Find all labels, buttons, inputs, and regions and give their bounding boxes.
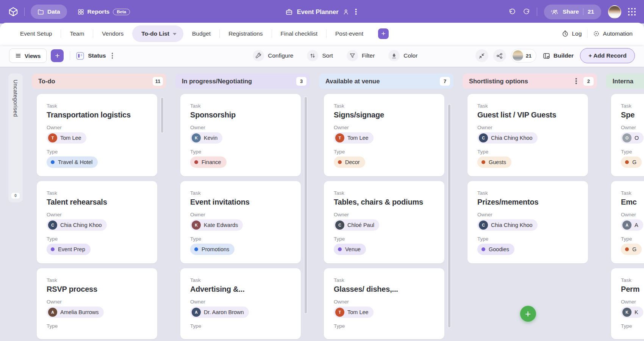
tab-vendors[interactable]: Vendors	[93, 23, 132, 45]
tab-event-setup[interactable]: Event Setup	[11, 23, 61, 45]
nav-data-button[interactable]: Data	[31, 5, 67, 19]
view-name: Status	[88, 52, 106, 59]
field-label-task: Task	[334, 190, 435, 196]
app-header: Data Reports Beta Event Planner Share 21	[0, 0, 644, 23]
field-label-owner: Owner	[190, 125, 291, 130]
clock-icon	[562, 30, 569, 37]
owner-avatar: C	[335, 221, 344, 230]
nav-reports-button[interactable]: Reports Beta	[73, 8, 135, 15]
card-title: Event invitations	[190, 198, 291, 206]
redo-icon[interactable]	[523, 8, 530, 16]
card-title: RSVP process	[47, 285, 147, 294]
add-record-button[interactable]: + Add Record	[580, 48, 635, 63]
column-menu-kebab-icon[interactable]	[574, 77, 579, 86]
users-icon	[551, 9, 558, 15]
owner-chip: K Kate Edwards	[190, 219, 243, 231]
user-avatar[interactable]	[608, 5, 621, 19]
owner-avatar: A	[622, 221, 631, 230]
tab-label: Post-event	[335, 30, 363, 37]
field-label-owner: Owner	[47, 212, 147, 217]
workspace-menu-kebab-icon[interactable]	[353, 7, 359, 16]
owner-avatar: K	[622, 308, 631, 317]
kanban-card[interactable]: Task RSVP process Owner A Amelia Burrows…	[37, 268, 157, 339]
tab-label: Registrations	[228, 30, 263, 37]
add-view-button[interactable]: +	[51, 49, 64, 62]
grid-4-icon	[78, 9, 84, 15]
sheet-tabbar: Event SetupTeamVendorsTo-do ListBudgetRe…	[0, 23, 644, 45]
column-header[interactable]: Available at venue 7	[319, 74, 453, 89]
tab-budget[interactable]: Budget	[183, 23, 219, 45]
add-sheet-button[interactable]: +	[378, 28, 389, 39]
tab-post-event[interactable]: Post-event	[327, 23, 372, 45]
field-label-owner: Owner	[190, 212, 291, 217]
views-button[interactable]: Views	[9, 48, 47, 63]
app-grid-icon[interactable]	[628, 8, 636, 16]
uncategorized-column-collapsed[interactable]: Uncategorised 0	[8, 74, 23, 202]
field-label-owner: Owner	[47, 125, 147, 130]
header-divider	[24, 8, 25, 16]
share-button[interactable]: Share 21	[544, 5, 601, 19]
view-menu-kebab-icon[interactable]	[110, 51, 115, 60]
collaborators-pill[interactable]: 21	[511, 49, 536, 63]
column-scrollbar[interactable]	[304, 96, 308, 314]
owner-name: Tom Lee	[60, 135, 81, 141]
kanban-card[interactable]: Task Emc Owner A A Type G	[611, 181, 644, 263]
column-cards: Task Spe Owner O O Type G Task Emc Owner…	[606, 94, 644, 339]
kanban-card[interactable]: Task Advertising &... Owner A Dr. Aaron …	[180, 268, 301, 339]
column-cards: Task Transportation logistics Owner T To…	[32, 94, 166, 339]
owner-name: Kate Edwards	[204, 222, 238, 228]
kanban-card[interactable]: Task Tables, chairs & podiums Owner C Ch…	[324, 181, 444, 263]
kanban-card[interactable]: Task Perm Owner K K Type	[611, 268, 644, 339]
share-user-icon[interactable]	[343, 9, 349, 15]
kanban-card[interactable]: Task Event invitations Owner K Kate Edwa…	[180, 181, 301, 263]
field-label-task: Task	[334, 103, 435, 109]
tab-team[interactable]: Team	[61, 23, 93, 45]
kanban-card[interactable]: Task Transportation logistics Owner T To…	[37, 94, 157, 176]
column-header[interactable]: To-do 11	[32, 74, 166, 89]
collapse-icon[interactable]	[475, 49, 488, 62]
type-name: Decor	[345, 159, 360, 165]
field-label-task: Task	[47, 190, 147, 196]
tab-to-do-list[interactable]: To-do List	[132, 25, 183, 42]
column-scrollbar[interactable]	[160, 97, 164, 133]
card-title: Spe	[621, 111, 644, 119]
column-header[interactable]: In progress/Negotiating 3	[175, 74, 310, 89]
builder-button[interactable]: Builder	[541, 52, 575, 59]
header-divider	[537, 8, 537, 16]
kanban-card[interactable]: Task Guest list / VIP Guests Owner C Chi…	[467, 94, 588, 176]
kanban-card[interactable]: Task Signs/signage Owner T Tom Lee Type …	[324, 94, 444, 176]
kanban-card[interactable]: Task Spe Owner O O Type G	[611, 94, 644, 176]
tab-final-checklist[interactable]: Final checklist	[272, 23, 326, 45]
configure-button[interactable]: Configure	[253, 50, 293, 61]
column-header[interactable]: Shortlisting options 2	[463, 74, 597, 89]
column-scrollbar[interactable]	[447, 104, 451, 328]
kanban-column-5: Interna Task Spe Owner O O Type G Task E…	[606, 74, 644, 341]
tab-registrations[interactable]: Registrations	[220, 23, 271, 45]
color-button[interactable]: Color	[388, 50, 417, 61]
share-nodes-icon[interactable]	[493, 49, 506, 62]
collaborator-avatar	[513, 50, 523, 61]
field-label-owner: Owner	[621, 212, 644, 217]
field-label-owner: Owner	[334, 212, 435, 217]
kanban-column-2: In progress/Negotiating 3 Task Sponsorsh…	[175, 74, 310, 341]
kanban-card[interactable]: Task Talent rehearsals Owner C Chia Chin…	[37, 181, 157, 263]
owner-name: Dr. Aaron Brown	[204, 309, 244, 315]
sort-button[interactable]: Sort	[307, 50, 333, 61]
add-card-button[interactable]: +	[520, 306, 536, 322]
column-header[interactable]: Interna	[606, 74, 644, 89]
app-logo-cube-icon[interactable]	[8, 7, 18, 17]
kanban-card[interactable]: Task Glasses/ dishes,... Owner T Tom Lee…	[324, 268, 444, 339]
kanban-card[interactable]: Task Sponsorship Owner K Kevin Type Fina…	[180, 94, 301, 176]
owner-name: O	[635, 135, 639, 141]
util-divider	[587, 30, 588, 38]
filter-button[interactable]: Filter	[347, 50, 375, 61]
field-label-task: Task	[621, 190, 644, 196]
kanban-card[interactable]: Task Prizes/mementos Owner C Chia Ching …	[467, 181, 588, 263]
undo-icon[interactable]	[509, 8, 516, 16]
owner-avatar: T	[335, 308, 344, 317]
automation-button[interactable]: Automation	[593, 30, 633, 37]
log-button[interactable]: Log	[562, 30, 582, 37]
owner-name: K	[635, 309, 638, 315]
tab-label: Final checklist	[281, 30, 317, 37]
nav-reports-label: Reports	[88, 8, 110, 15]
